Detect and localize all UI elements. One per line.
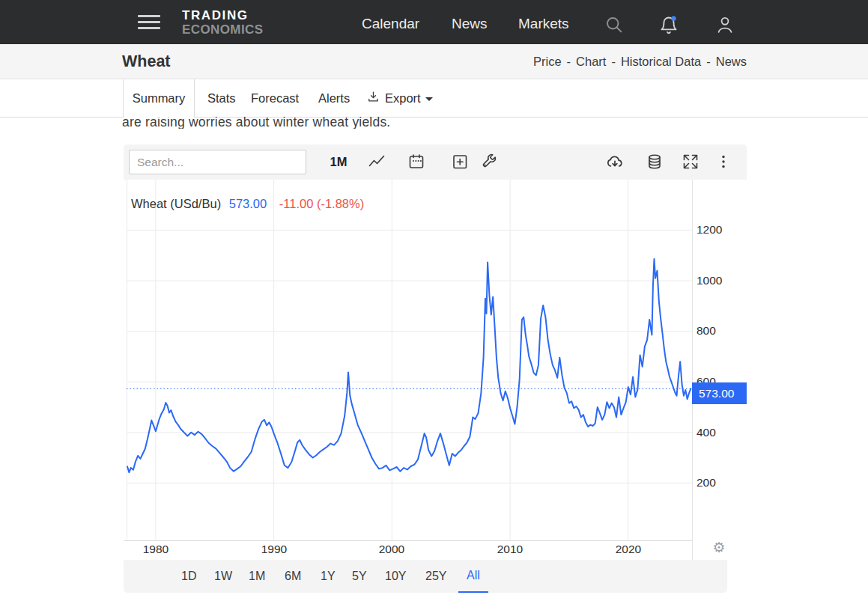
x-axis-tick: 1990 [252, 543, 297, 556]
chart-settings-gear-icon[interactable]: ⚙ [708, 537, 729, 558]
section-tabs: Summary Stats Forecast Alerts Export [0, 79, 868, 118]
account-person-icon[interactable] [714, 14, 735, 35]
range-5y[interactable]: 5Y [352, 560, 367, 593]
tab-alerts[interactable]: Alerts [318, 79, 350, 118]
x-axis-tick: 1980 [133, 543, 178, 556]
date-range-calendar-icon[interactable] [407, 153, 425, 171]
range-1y[interactable]: 1Y [321, 560, 336, 593]
price-chart-plot[interactable]: Wheat (USd/Bu) 573.00 -11.00 (-1.88%) [124, 180, 692, 540]
logo-line-2: ECONOMICS [182, 22, 263, 37]
range-all[interactable]: All [458, 560, 488, 593]
y-axis-tick: 1200 [696, 223, 741, 237]
download-data-cloud-icon[interactable] [605, 153, 623, 171]
logo-line-1: TRADING [182, 8, 263, 22]
tab-summary[interactable]: Summary [123, 79, 195, 118]
tab-stats[interactable]: Stats [207, 79, 236, 118]
price-change: -11.00 (-1.88%) [279, 197, 364, 210]
search-input[interactable] [129, 150, 306, 174]
header-link-chart[interactable]: Chart [576, 55, 606, 69]
top-navbar: TRADING ECONOMICS Calendar News Markets [0, 0, 868, 44]
chevron-down-icon [425, 97, 433, 101]
chart-legend: Wheat (USd/Bu) 573.00 -11.00 (-1.88%) [131, 197, 364, 211]
notification-dot [671, 16, 676, 21]
range-25y[interactable]: 25Y [425, 560, 446, 593]
trading-economics-wheat-page: TRADING ECONOMICS Calendar News Markets … [0, 0, 868, 604]
current-price-badge: 573.00 [692, 382, 747, 404]
chart-widget: 1M [124, 144, 747, 593]
header-link-news[interactable]: News [716, 55, 747, 69]
breadcrumb-links: Price - Chart - Historical Data - News [533, 55, 747, 69]
axis-divider [692, 180, 693, 560]
menu-icon[interactable] [138, 15, 160, 30]
article-snippet-clipped: are raising worries about winter wheat y… [122, 117, 661, 129]
instrument-header: Wheat Price - Chart - Historical Data - … [0, 44, 868, 79]
range-6m[interactable]: 6M [285, 560, 301, 593]
more-options-kebab-icon[interactable] [714, 153, 732, 171]
interval-button[interactable]: 1M [326, 144, 351, 180]
last-price: 573.00 [229, 197, 267, 210]
export-label: Export [385, 91, 421, 106]
y-axis-tick: 400 [696, 426, 741, 439]
range-1w[interactable]: 1W [214, 560, 232, 593]
download-icon [366, 90, 380, 107]
notifications-bell-icon[interactable] [658, 14, 679, 35]
price-line-chart [124, 180, 692, 540]
x-axis-line [124, 540, 692, 541]
range-10y[interactable]: 10Y [385, 560, 406, 593]
y-axis-tick: 1000 [696, 274, 741, 287]
x-axis-tick: 2020 [606, 543, 651, 556]
page-title: Wheat [122, 52, 171, 71]
fullscreen-expand-icon[interactable] [682, 153, 699, 171]
nav-link-calendar[interactable]: Calendar [362, 16, 419, 32]
y-axis-tick: 200 [696, 476, 741, 489]
search-icon[interactable] [604, 14, 625, 35]
range-1d[interactable]: 1D [181, 560, 196, 593]
indicators-wrench-icon[interactable] [480, 153, 498, 171]
header-link-historical-data[interactable]: Historical Data [621, 55, 701, 69]
x-axis-tick: 2010 [488, 543, 532, 556]
chart-toolbar: 1M [124, 144, 747, 180]
nav-link-markets[interactable]: Markets [518, 16, 569, 32]
y-axis-tick: 800 [696, 324, 741, 338]
raw-data-database-icon[interactable] [646, 153, 664, 171]
trading-economics-logo[interactable]: TRADING ECONOMICS [182, 8, 263, 37]
series-name: Wheat (USd/Bu) [131, 197, 221, 210]
compare-add-icon[interactable] [451, 153, 469, 171]
x-axis-tick: 2000 [369, 543, 414, 556]
export-dropdown-button[interactable]: Export [366, 79, 433, 118]
range-1m[interactable]: 1M [249, 560, 265, 593]
nav-link-news[interactable]: News [452, 16, 488, 32]
chart-type-line-icon[interactable] [368, 153, 386, 171]
tab-forecast[interactable]: Forecast [251, 79, 299, 118]
range-selector: 1D 1W 1M 6M 1Y 5Y 10Y 25Y All [124, 560, 727, 593]
header-link-price[interactable]: Price [533, 55, 562, 69]
